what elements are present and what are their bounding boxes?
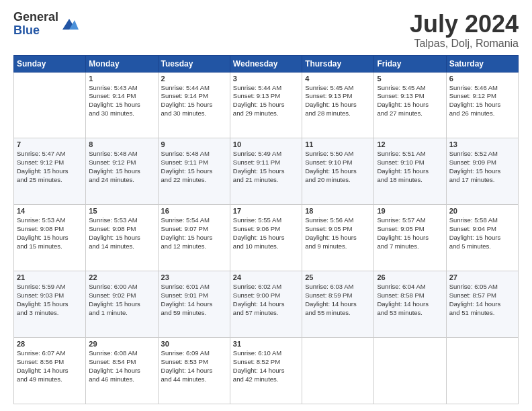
day-number: 12 [377,140,443,148]
table-row [302,338,374,404]
day-info: Sunrise: 5:47 AM Sunset: 9:12 PM Dayligh… [17,150,83,184]
header: General Blue July 2024 Talpas, Dolj, Rom… [13,11,519,50]
day-number: 2 [161,75,227,83]
day-info: Sunrise: 5:45 AM Sunset: 9:13 PM Dayligh… [377,84,443,118]
day-number: 13 [449,140,515,148]
header-monday: Monday [86,55,158,72]
table-row: 2Sunrise: 5:44 AM Sunset: 9:14 PM Daylig… [158,72,230,138]
day-info: Sunrise: 5:57 AM Sunset: 9:05 PM Dayligh… [377,216,443,250]
day-number: 30 [161,340,227,348]
logo-text: General Blue [13,11,58,38]
day-info: Sunrise: 6:04 AM Sunset: 8:58 PM Dayligh… [377,283,443,317]
day-info: Sunrise: 5:53 AM Sunset: 9:08 PM Dayligh… [89,216,154,250]
day-info: Sunrise: 5:46 AM Sunset: 9:12 PM Dayligh… [449,84,515,118]
table-row: 9Sunrise: 5:48 AM Sunset: 9:11 PM Daylig… [158,138,230,205]
table-row: 12Sunrise: 5:51 AM Sunset: 9:10 PM Dayli… [374,138,446,205]
table-row: 3Sunrise: 5:44 AM Sunset: 9:13 PM Daylig… [230,72,302,138]
day-info: Sunrise: 5:53 AM Sunset: 9:08 PM Dayligh… [17,216,83,250]
table-row: 8Sunrise: 5:48 AM Sunset: 9:12 PM Daylig… [86,138,158,205]
table-row: 21Sunrise: 5:59 AM Sunset: 9:03 PM Dayli… [14,271,86,338]
day-number: 16 [161,207,227,215]
month-title: July 2024 [410,11,519,38]
day-number: 25 [305,273,371,281]
table-row [14,72,86,138]
day-number: 8 [89,140,154,148]
day-info: Sunrise: 5:49 AM Sunset: 9:11 PM Dayligh… [233,150,299,184]
header-tuesday: Tuesday [158,55,230,72]
day-number: 6 [449,75,515,83]
day-number: 3 [233,75,299,83]
day-number: 18 [305,207,371,215]
day-number: 28 [17,340,83,348]
logo-general: General [13,10,58,24]
table-row: 6Sunrise: 5:46 AM Sunset: 9:12 PM Daylig… [446,72,518,138]
logo: General Blue [13,11,79,38]
day-info: Sunrise: 5:48 AM Sunset: 9:12 PM Dayligh… [89,150,154,184]
day-number: 1 [89,75,154,83]
day-info: Sunrise: 5:52 AM Sunset: 9:09 PM Dayligh… [449,150,515,184]
header-saturday: Saturday [446,55,518,72]
header-wednesday: Wednesday [230,55,302,72]
table-row: 10Sunrise: 5:49 AM Sunset: 9:11 PM Dayli… [230,138,302,205]
table-row: 20Sunrise: 5:58 AM Sunset: 9:04 PM Dayli… [446,205,518,271]
table-row: 23Sunrise: 6:01 AM Sunset: 9:01 PM Dayli… [158,271,230,338]
calendar-week-5: 28Sunrise: 6:07 AM Sunset: 8:56 PM Dayli… [14,338,519,404]
day-info: Sunrise: 5:59 AM Sunset: 9:03 PM Dayligh… [17,283,83,317]
calendar-week-4: 21Sunrise: 5:59 AM Sunset: 9:03 PM Dayli… [14,271,519,338]
day-number: 9 [161,140,227,148]
day-number: 15 [89,207,154,215]
day-number: 23 [161,273,227,281]
day-info: Sunrise: 5:50 AM Sunset: 9:10 PM Dayligh… [305,150,371,184]
day-number: 27 [449,273,515,281]
header-thursday: Thursday [302,55,374,72]
table-row: 13Sunrise: 5:52 AM Sunset: 9:09 PM Dayli… [446,138,518,205]
day-info: Sunrise: 6:05 AM Sunset: 8:57 PM Dayligh… [449,283,515,317]
logo-icon [60,15,79,34]
table-row: 24Sunrise: 6:02 AM Sunset: 9:00 PM Dayli… [230,271,302,338]
day-number: 14 [17,207,83,215]
day-info: Sunrise: 6:01 AM Sunset: 9:01 PM Dayligh… [161,283,227,317]
table-row: 7Sunrise: 5:47 AM Sunset: 9:12 PM Daylig… [14,138,86,205]
day-info: Sunrise: 5:44 AM Sunset: 9:14 PM Dayligh… [161,84,227,118]
day-info: Sunrise: 6:02 AM Sunset: 9:00 PM Dayligh… [233,283,299,317]
day-info: Sunrise: 5:56 AM Sunset: 9:05 PM Dayligh… [305,216,371,250]
page: General Blue July 2024 Talpas, Dolj, Rom… [0,0,532,411]
day-info: Sunrise: 5:54 AM Sunset: 9:07 PM Dayligh… [161,216,227,250]
day-number: 26 [377,273,443,281]
day-number: 21 [17,273,83,281]
day-info: Sunrise: 5:45 AM Sunset: 9:13 PM Dayligh… [305,84,371,118]
header-friday: Friday [374,55,446,72]
table-row [374,338,446,404]
day-number: 10 [233,140,299,148]
day-number: 19 [377,207,443,215]
day-number: 17 [233,207,299,215]
table-row: 19Sunrise: 5:57 AM Sunset: 9:05 PM Dayli… [374,205,446,271]
calendar-week-2: 7Sunrise: 5:47 AM Sunset: 9:12 PM Daylig… [14,138,519,205]
table-row: 30Sunrise: 6:09 AM Sunset: 8:53 PM Dayli… [158,338,230,404]
day-info: Sunrise: 6:00 AM Sunset: 9:02 PM Dayligh… [89,283,154,317]
table-row: 5Sunrise: 5:45 AM Sunset: 9:13 PM Daylig… [374,72,446,138]
logo-blue: Blue [13,24,40,37]
calendar-header-row: Sunday Monday Tuesday Wednesday Thursday… [14,55,519,72]
table-row: 29Sunrise: 6:08 AM Sunset: 8:54 PM Dayli… [86,338,158,404]
day-number: 4 [305,75,371,83]
table-row: 16Sunrise: 5:54 AM Sunset: 9:07 PM Dayli… [158,205,230,271]
table-row: 18Sunrise: 5:56 AM Sunset: 9:05 PM Dayli… [302,205,374,271]
table-row: 22Sunrise: 6:00 AM Sunset: 9:02 PM Dayli… [86,271,158,338]
day-info: Sunrise: 5:51 AM Sunset: 9:10 PM Dayligh… [377,150,443,184]
day-info: Sunrise: 6:09 AM Sunset: 8:53 PM Dayligh… [161,349,227,383]
calendar-table: Sunday Monday Tuesday Wednesday Thursday… [13,55,519,404]
table-row: 27Sunrise: 6:05 AM Sunset: 8:57 PM Dayli… [446,271,518,338]
day-number: 20 [449,207,515,215]
table-row: 4Sunrise: 5:45 AM Sunset: 9:13 PM Daylig… [302,72,374,138]
day-number: 31 [233,340,299,348]
day-info: Sunrise: 5:48 AM Sunset: 9:11 PM Dayligh… [161,150,227,184]
day-info: Sunrise: 5:43 AM Sunset: 9:14 PM Dayligh… [89,84,154,118]
day-info: Sunrise: 6:08 AM Sunset: 8:54 PM Dayligh… [89,349,154,383]
day-number: 7 [17,140,83,148]
calendar-week-3: 14Sunrise: 5:53 AM Sunset: 9:08 PM Dayli… [14,205,519,271]
day-info: Sunrise: 6:03 AM Sunset: 8:59 PM Dayligh… [305,283,371,317]
calendar-week-1: 1Sunrise: 5:43 AM Sunset: 9:14 PM Daylig… [14,72,519,138]
table-row: 1Sunrise: 5:43 AM Sunset: 9:14 PM Daylig… [86,72,158,138]
table-row: 28Sunrise: 6:07 AM Sunset: 8:56 PM Dayli… [14,338,86,404]
